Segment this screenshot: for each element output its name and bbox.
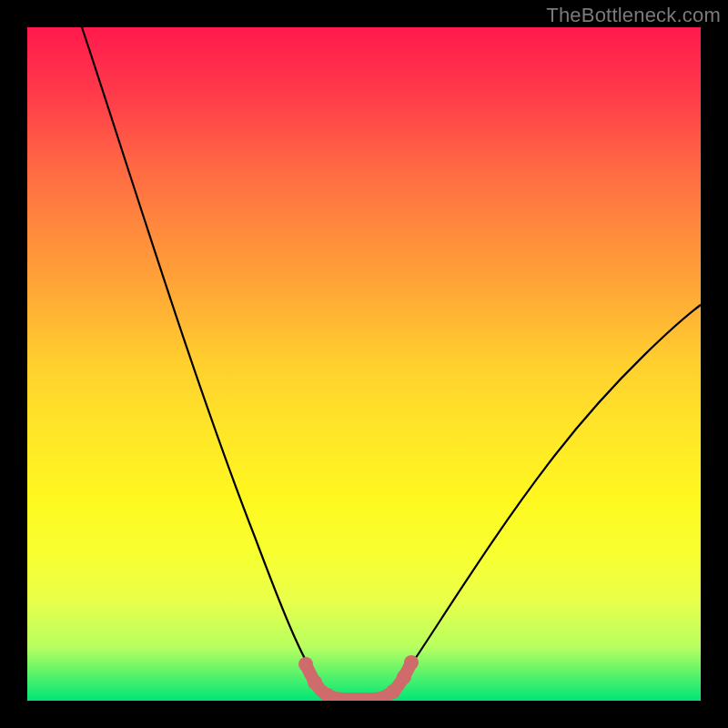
highlight-dot <box>397 670 411 684</box>
highlight-dot <box>308 675 322 690</box>
watermark-text: TheBottleneck.com <box>546 4 721 27</box>
bottleneck-curve <box>82 27 701 699</box>
highlight-dot <box>404 655 419 670</box>
chart-plot-area <box>27 27 701 701</box>
highlight-dot <box>298 657 313 672</box>
chart-svg <box>27 27 701 701</box>
highlight-dot <box>386 684 400 699</box>
